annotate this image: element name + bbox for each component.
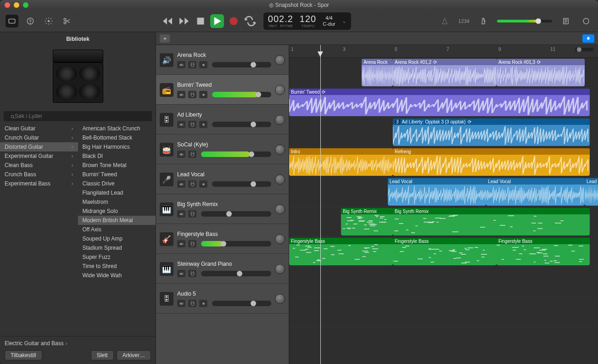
pan-knob[interactable] <box>275 204 285 214</box>
track-header[interactable]: 🎹 Big Synth Remix <box>156 194 289 224</box>
tuner-icon[interactable] <box>438 15 451 28</box>
record-enable-button[interactable] <box>199 121 207 128</box>
volume-slider[interactable] <box>212 92 271 97</box>
library-patch[interactable]: Maelstrom <box>78 197 156 207</box>
record-enable-button[interactable] <box>199 91 207 98</box>
track-header[interactable]: 🎛 Audio 5 <box>156 284 289 314</box>
mute-button[interactable] <box>177 61 185 68</box>
track-lane[interactable]: Lead VocalLead VocalLead <box>289 177 598 207</box>
track-header[interactable]: 🎛 Ad Liberty <box>156 105 289 134</box>
volume-slider[interactable] <box>212 62 271 67</box>
library-category[interactable]: Crunch Bass› <box>0 170 78 179</box>
library-toggle[interactable] <box>6 15 18 28</box>
zoom-slider[interactable] <box>575 48 593 51</box>
loops-icon[interactable] <box>580 15 592 28</box>
track-header[interactable]: 📻 Burnin' Tweed <box>156 75 289 105</box>
region[interactable]: 3Ad Liberty: Opptak 3 (3 opptak)⟳ <box>393 118 590 146</box>
pan-knob[interactable] <box>275 234 285 244</box>
track-header[interactable]: 🥁 SoCal (Kyle) <box>156 134 289 164</box>
volume-slider[interactable] <box>201 211 271 217</box>
help-button[interactable] <box>24 15 37 28</box>
solo-button[interactable] <box>188 300 196 307</box>
region[interactable]: Big Synth Remix <box>393 208 590 235</box>
countin-label[interactable]: 1234 <box>458 18 469 24</box>
zoom-button[interactable] <box>23 2 28 8</box>
library-patch[interactable]: Modern British Metal <box>78 216 156 225</box>
pan-knob[interactable] <box>275 264 285 274</box>
solo-button[interactable] <box>188 180 196 188</box>
library-category[interactable]: Distorted Guitar› <box>0 142 78 151</box>
library-patch[interactable]: Burnin' Tweed <box>78 170 156 179</box>
chevron-down-icon[interactable]: ⌄ <box>342 18 347 24</box>
solo-button[interactable] <box>188 151 196 158</box>
reset-button[interactable]: Tilbakestill <box>5 350 42 360</box>
breadcrumb[interactable]: Electric Guitar and Bass › <box>5 340 151 347</box>
library-patch[interactable]: Brown Tone Metal <box>78 161 156 170</box>
record-enable-button[interactable] <box>199 180 207 188</box>
library-patch[interactable]: Black DI <box>78 151 156 161</box>
library-category[interactable]: Experimental Bass› <box>0 179 78 188</box>
playhead[interactable] <box>320 45 321 364</box>
track-header[interactable]: 🎸 Fingerstyle Bass <box>156 224 289 254</box>
record-enable-button[interactable] <box>199 300 207 307</box>
library-patch[interactable]: Stadium Spread <box>78 243 156 252</box>
mute-button[interactable] <box>177 151 185 158</box>
library-patch[interactable]: Time to Shred <box>78 262 156 271</box>
record-enable-button[interactable] <box>199 61 207 68</box>
volume-slider[interactable] <box>212 122 271 127</box>
library-patch[interactable]: Bell-Bottomed Stack <box>78 133 156 142</box>
mute-button[interactable] <box>177 240 185 247</box>
solo-button[interactable] <box>188 270 196 277</box>
timeline[interactable]: 1357911 Arena RockArena Rock #01,2⟳Arena… <box>289 45 598 364</box>
solo-button[interactable] <box>188 91 196 98</box>
minimize-button[interactable] <box>14 2 19 8</box>
pan-knob[interactable] <box>275 174 285 185</box>
region[interactable]: Refreng <box>393 148 590 176</box>
library-category[interactable]: Crunch Guitar› <box>0 133 78 142</box>
mute-button[interactable] <box>177 180 185 188</box>
track-lane[interactable]: 3Ad Liberty: Opptak 3 (3 opptak)⟳ <box>289 118 598 147</box>
solo-button[interactable] <box>188 240 196 247</box>
mute-button[interactable] <box>177 300 185 307</box>
mute-button[interactable] <box>177 91 185 98</box>
volume-slider[interactable] <box>212 301 271 306</box>
track-lane[interactable]: Fingerstyle BassFingerstyle BassFingerst… <box>289 237 598 267</box>
mute-button[interactable] <box>177 210 185 218</box>
smart-controls-button[interactable] <box>582 34 594 43</box>
volume-slider[interactable] <box>212 181 271 187</box>
region[interactable]: Fingerstyle Bass <box>393 238 497 265</box>
library-category[interactable]: Clean Guitar› <box>0 124 78 133</box>
pan-knob[interactable] <box>275 85 285 95</box>
pan-knob[interactable] <box>275 145 285 155</box>
region[interactable]: Lead Vocal <box>388 178 486 206</box>
library-patch[interactable]: Big Hair Harmonics <box>78 142 156 151</box>
search-input[interactable] <box>4 111 152 121</box>
scissors-icon[interactable] <box>61 15 73 28</box>
ruler[interactable]: 1357911 <box>289 45 598 58</box>
mute-button[interactable] <box>177 270 185 277</box>
region[interactable]: Arena Rock #01,3⟳ <box>497 59 585 86</box>
region[interactable]: Burnin' Tweed⟳ <box>289 89 590 116</box>
track-header[interactable]: 🔊 Arena Rock <box>156 45 289 75</box>
volume-slider[interactable] <box>201 271 271 276</box>
library-patch[interactable]: Wide Wide Wah <box>78 271 156 280</box>
track-lane[interactable] <box>289 297 598 326</box>
library-patch[interactable]: Off Axis <box>78 225 156 234</box>
delete-button[interactable]: Slett <box>91 350 114 360</box>
region[interactable]: Arena Rock #01,2⟳ <box>393 59 497 86</box>
volume-slider[interactable] <box>201 241 271 246</box>
library-patch[interactable]: American Stack Crunch <box>78 124 156 133</box>
track-lane[interactable]: Burnin' Tweed⟳ <box>289 88 598 118</box>
save-button[interactable]: Arkiver… <box>117 350 151 360</box>
solo-button[interactable] <box>188 121 196 128</box>
play-button[interactable] <box>210 14 224 28</box>
pan-knob[interactable] <box>275 115 285 125</box>
library-patch[interactable]: Classic Drive <box>78 179 156 188</box>
library-patch[interactable]: Midrange Solo <box>78 207 156 216</box>
track-header[interactable]: 🎹 Steinway Grand Piano <box>156 254 289 284</box>
mute-button[interactable] <box>177 121 185 128</box>
solo-button[interactable] <box>188 61 196 68</box>
track-lane[interactable]: Big Synth RemixBig Synth Remix <box>289 207 598 237</box>
library-patch[interactable]: Flangilated Lead <box>78 188 156 197</box>
settings-icon[interactable] <box>42 15 55 28</box>
